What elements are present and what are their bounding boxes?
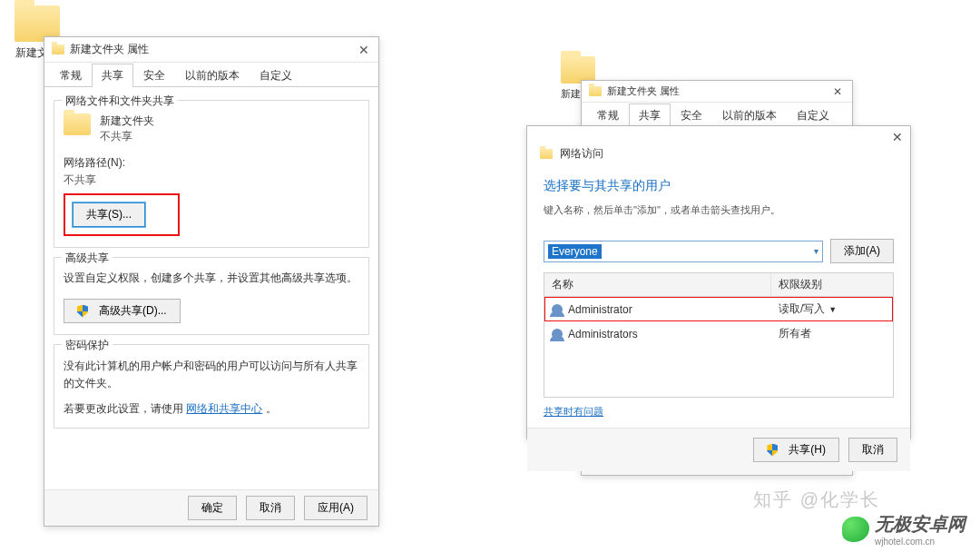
brand-name: 无极安卓网: [875, 512, 965, 537]
share-button[interactable]: 共享(S)...: [73, 202, 145, 227]
advanced-share-button[interactable]: 高级共享(D)...: [64, 299, 181, 323]
password-line2-suffix: 。: [266, 402, 277, 415]
user-icon: [552, 329, 563, 340]
chevron-down-icon[interactable]: ▼: [828, 305, 837, 314]
network-access-dialog: ✕ 网络访问 选择要与其共享的用户 键入名称，然后单击"添加"，或者单击箭头查找…: [526, 125, 911, 439]
na-footer: 共享(H) 取消: [527, 428, 910, 471]
tab-previous[interactable]: 以前的版本: [175, 64, 250, 87]
tab-custom[interactable]: 自定义: [787, 104, 839, 127]
table-row[interactable]: Administrators 所有者: [544, 321, 893, 346]
tab-strip: 常规 共享 安全 以前的版本 自定义: [44, 63, 378, 87]
window-title: 新建文件夹 属性: [70, 42, 149, 57]
group-title: 高级共享: [62, 251, 113, 266]
advanced-desc: 设置自定义权限，创建多个共享，并设置其他高级共享选项。: [64, 271, 359, 286]
network-path-value: 不共享: [64, 172, 359, 188]
cancel-button[interactable]: 取消: [848, 438, 897, 462]
permissions-table: 名称 权限级别 Administrator 读取/写入▼ Administrat…: [544, 272, 894, 398]
perm-level: 读取/写入: [779, 301, 825, 317]
apply-button[interactable]: 应用(A): [304, 496, 368, 520]
user-combo[interactable]: Everyone ▾: [544, 241, 823, 262]
folder-icon: [64, 113, 91, 135]
tab-security[interactable]: 安全: [133, 64, 175, 87]
tab-share[interactable]: 共享: [92, 64, 133, 87]
tab-general[interactable]: 常规: [50, 64, 92, 87]
folder-icon: [540, 149, 553, 159]
titlebar[interactable]: 新建文件夹 属性 ✕: [44, 37, 378, 63]
group-title: 密码保护: [62, 338, 113, 353]
share-status: 不共享: [100, 129, 154, 144]
tab-strip: 常规 共享 安全 以前的版本 自定义: [582, 103, 852, 127]
share-button-highlight: 共享(S)...: [64, 193, 180, 236]
na-hint: 键入名称，然后单击"添加"，或者单击箭头查找用户。: [544, 203, 894, 217]
user-name: Administrator: [568, 303, 632, 316]
perm-level: 所有者: [779, 326, 811, 341]
tab-security[interactable]: 安全: [671, 104, 712, 127]
close-button[interactable]: ✕: [357, 43, 371, 57]
na-title: 网络访问: [560, 146, 603, 162]
titlebar[interactable]: 新建文件夹 属性 ✕: [582, 81, 852, 103]
ok-button[interactable]: 确定: [188, 496, 237, 520]
brand-url: wjhotel.com.cn: [875, 537, 965, 547]
advanced-share-label: 高级共享(D)...: [99, 303, 167, 319]
zhihu-watermark: 知乎 @化学长: [753, 488, 880, 512]
group-advanced-share: 高级共享 设置自定义权限，创建多个共享，并设置其他高级共享选项。 高级共享(D)…: [54, 257, 369, 335]
table-row[interactable]: Administrator 读取/写入▼: [544, 297, 893, 321]
logo-icon: [842, 517, 869, 542]
col-level[interactable]: 权限级别: [771, 273, 893, 296]
folder-icon: [52, 44, 64, 54]
close-button[interactable]: ✕: [890, 130, 905, 144]
group-password: 密码保护 没有此计算机的用户帐户和密码的用户可以访问与所有人共享的文件夹。 若要…: [54, 344, 369, 429]
share-submit-button[interactable]: 共享(H): [753, 438, 839, 462]
group-title: 网络文件和文件夹共享: [62, 94, 178, 109]
tab-custom[interactable]: 自定义: [250, 64, 302, 87]
password-line2-prefix: 若要更改此设置，请使用: [64, 402, 183, 415]
tab-previous[interactable]: 以前的版本: [712, 104, 787, 127]
cancel-button[interactable]: 取消: [246, 496, 295, 520]
dialog-buttons: 确定 取消 应用(A): [44, 489, 378, 526]
properties-window-left: 新建文件夹 属性 ✕ 常规 共享 安全 以前的版本 自定义 网络文件和文件夹共享…: [44, 36, 379, 527]
password-desc: 没有此计算机的用户帐户和密码的用户可以访问与所有人共享的文件夹。: [64, 358, 359, 392]
network-center-link[interactable]: 网络和共享中心: [186, 402, 262, 415]
close-button[interactable]: ✕: [830, 84, 845, 99]
share-issue-link[interactable]: 共享时有问题: [544, 406, 603, 417]
folder-icon: [589, 86, 602, 96]
col-name[interactable]: 名称: [544, 273, 771, 296]
network-path-label: 网络路径(N):: [64, 155, 359, 171]
folder-name: 新建文件夹: [100, 113, 154, 129]
chevron-down-icon: ▾: [814, 246, 818, 256]
share-label: 共享(H): [789, 442, 826, 458]
window-title: 新建文件夹 属性: [607, 84, 680, 98]
group-network-share: 网络文件和文件夹共享 新建文件夹 不共享 网络路径(N): 不共享 共享(S).…: [54, 100, 369, 248]
tab-general[interactable]: 常规: [587, 104, 629, 127]
combo-selected: Everyone: [548, 244, 602, 259]
na-heading: 选择要与其共享的用户: [544, 178, 894, 194]
tab-share[interactable]: 共享: [629, 104, 671, 127]
user-name: Administrators: [568, 328, 638, 340]
user-icon: [552, 304, 563, 315]
na-header: 网络访问: [527, 139, 910, 163]
add-button[interactable]: 添加(A): [830, 239, 894, 263]
site-watermark: 无极安卓网 wjhotel.com.cn: [842, 512, 965, 547]
